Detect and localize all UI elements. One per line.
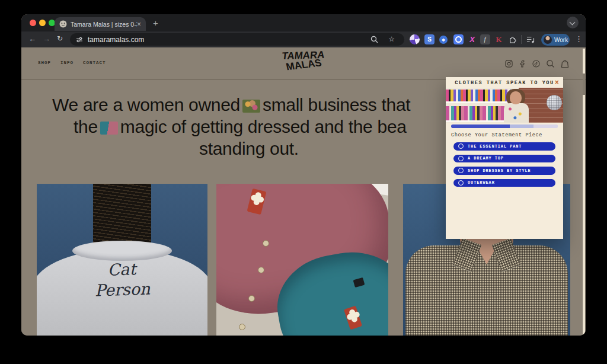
popup-title: CLOTHES THAT SPEAK TO YOU	[446, 80, 563, 86]
popup-question: Choose Your Statement Piece	[451, 132, 542, 138]
facebook-icon[interactable]	[519, 60, 526, 68]
extension-k-icon[interactable]: K	[494, 34, 504, 44]
cardigan-button	[239, 324, 245, 330]
profile-avatar	[544, 36, 552, 44]
popup-photo	[446, 88, 563, 123]
extension-fx-icon[interactable]: ƒ	[480, 34, 490, 44]
forward-button[interactable]: →	[43, 34, 50, 43]
radio-icon	[458, 143, 464, 149]
radio-icon	[458, 168, 464, 173]
progress-segment-empty	[533, 124, 558, 128]
nav-contact-link[interactable]: CONTACT	[83, 60, 106, 65]
new-tab-button[interactable]: +	[153, 18, 158, 27]
hero-line-2: themagic of getting dressed and the bea	[74, 117, 407, 137]
tab-strip: Tamara Malas | sizes 0-36 × +	[21, 14, 586, 31]
web-page: SHOPINFOCONTACT TAMARA MALAS	[21, 47, 586, 336]
tab-close-icon[interactable]: ×	[137, 21, 141, 28]
hero-inline-photo-1	[242, 100, 260, 113]
site-logo[interactable]: TAMARA MALAS	[282, 50, 325, 71]
tab-search-chevron-button[interactable]	[567, 17, 579, 28]
extensions-puzzle-icon[interactable]	[507, 34, 517, 44]
promo-popup: CLOTHES THAT SPEAK TO YOU ×	[446, 77, 563, 239]
cart-bag-icon[interactable]	[561, 59, 569, 68]
scrollbar-gap	[583, 74, 585, 95]
tiktok-icon[interactable]	[532, 60, 540, 68]
browser-toolbar: ← → ↻ tamaramalas.com ☆ S ∗	[21, 31, 586, 47]
tab-title: Tamara Malas | sizes 0-36	[71, 21, 137, 28]
zoom-page-icon[interactable]	[370, 36, 378, 43]
site-nav: SHOPINFOCONTACT	[38, 60, 116, 65]
woman-face	[510, 91, 522, 104]
back-button[interactable]: ←	[28, 34, 36, 43]
favicon-smiley-icon	[59, 20, 67, 28]
cat-person-embroidery: Cat Person	[37, 257, 207, 303]
product-image-cat-person-blouse[interactable]: Cat Person	[37, 184, 207, 336]
site-settings-icon[interactable]	[76, 36, 83, 43]
popup-close-icon[interactable]: ×	[555, 79, 559, 87]
reload-button[interactable]: ↻	[57, 34, 63, 43]
ring-icon	[455, 36, 462, 43]
browser-window: Tamara Malas | sizes 0-36 × + ← → ↻ tama…	[21, 14, 586, 336]
chevron-down-icon	[570, 20, 576, 25]
option-outerwear[interactable]: OUTERWEAR	[453, 179, 555, 187]
instagram-icon[interactable]	[505, 60, 513, 68]
cardigan-button	[248, 295, 255, 302]
profile-chip[interactable]: Work	[541, 34, 570, 46]
search-icon[interactable]	[546, 59, 555, 68]
extension-blue-square-icon[interactable]	[453, 34, 464, 44]
nav-info-link[interactable]: INFO	[60, 60, 74, 65]
traffic-light-close[interactable]	[30, 20, 36, 26]
extension-stripe-icon[interactable]: S	[424, 34, 435, 44]
media-controls-icon[interactable]	[526, 34, 536, 44]
hero-line-3: standing out.	[199, 139, 299, 159]
option-essential-pant[interactable]: THE ESSENTIAL PANT	[453, 142, 555, 151]
cardigan-button	[258, 267, 264, 273]
disco-ball	[547, 95, 562, 110]
quiz-progress-bar	[451, 124, 558, 128]
option-dreamy-top[interactable]: A DREAMY TOP	[453, 155, 555, 163]
traffic-light-minimize[interactable]	[39, 20, 46, 26]
profile-label: Work	[554, 37, 568, 43]
option-dresses-by-style[interactable]: SHOP DRESSES BY STYLE	[453, 167, 555, 175]
radio-icon	[458, 180, 464, 186]
progress-segment-mid	[510, 124, 533, 128]
progress-segment-filled	[451, 124, 510, 128]
product-image-fuzzy-cardigans[interactable]	[216, 184, 388, 336]
page-scrollbar[interactable]	[583, 49, 585, 334]
cardigan-button	[263, 240, 269, 247]
url-text[interactable]: tamaramalas.com	[88, 36, 144, 44]
extension-loom-icon[interactable]	[410, 34, 420, 44]
hero-line-1: We are a women ownedsmall business that	[52, 95, 410, 115]
radio-icon	[458, 156, 464, 161]
extension-blue-circle-icon[interactable]: ∗	[439, 36, 448, 44]
woman-floral-top	[504, 103, 529, 123]
nav-shop-link[interactable]: SHOP	[38, 60, 51, 65]
ruffle-collar	[72, 241, 172, 261]
bookmark-star-icon[interactable]: ☆	[388, 35, 395, 43]
desktop-background: Tamara Malas | sizes 0-36 × + ← → ↻ tama…	[0, 0, 607, 364]
address-bar[interactable]: tamaramalas.com ☆	[70, 33, 404, 46]
toolbar-separator	[521, 35, 522, 44]
browser-tab[interactable]: Tamara Malas | sizes 0-36 ×	[55, 17, 146, 31]
hero-inline-photo-2	[100, 122, 118, 135]
browser-menu-kebab-icon[interactable]: ⋮	[575, 34, 583, 43]
extension-pink-x-icon[interactable]: X	[467, 34, 477, 44]
